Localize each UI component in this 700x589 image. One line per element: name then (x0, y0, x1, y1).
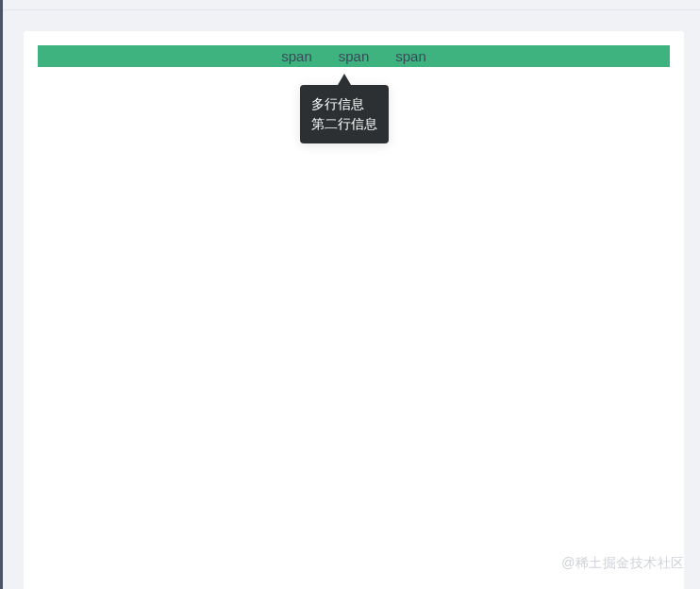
tooltip-arrow-icon (338, 74, 351, 85)
left-border (0, 0, 3, 589)
tooltip: 多行信息 第二行信息 (300, 85, 389, 143)
tooltip-line-1: 多行信息 (311, 94, 377, 114)
span-item-2[interactable]: span (339, 48, 370, 64)
tooltip-line-2: 第二行信息 (311, 114, 377, 134)
top-separator (3, 9, 700, 10)
span-row: span span span (38, 45, 670, 67)
watermark: @稀土掘金技术社区 (561, 555, 685, 572)
span-item-3[interactable]: span (395, 48, 426, 64)
span-item-1[interactable]: span (281, 48, 312, 64)
